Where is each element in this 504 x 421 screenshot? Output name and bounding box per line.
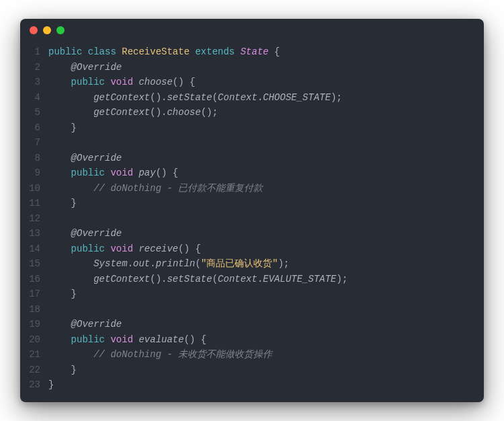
- code-line: public void choose() {: [48, 75, 473, 90]
- code-token: getContext: [93, 107, 150, 118]
- code-token: }: [71, 289, 77, 299]
- code-token: );: [331, 92, 342, 103]
- code-token: evaluate: [138, 334, 183, 345]
- code-line: [48, 211, 473, 227]
- line-number: 13: [20, 226, 40, 241]
- code-token: pay: [138, 167, 155, 178]
- code-token: {: [274, 46, 280, 57]
- code-token: ();: [201, 107, 218, 118]
- code-token: public: [48, 46, 88, 57]
- code-token: println: [156, 258, 196, 269]
- code-line: [48, 302, 473, 317]
- line-number: 15: [20, 256, 40, 272]
- code-editor[interactable]: 1234567891011121314151617181920212223 pu…: [20, 42, 484, 402]
- code-token: // doNothing - 已付款不能重复付款: [93, 183, 263, 194]
- code-token: // doNothing - 未收货不能做收货操作: [93, 349, 272, 360]
- code-token: public: [71, 334, 111, 345]
- line-number-gutter: 1234567891011121314151617181920212223: [20, 44, 48, 393]
- code-token: (: [195, 258, 200, 269]
- code-token: }: [48, 379, 54, 390]
- code-line: // doNothing - 未收货不能做收货操作: [48, 347, 473, 362]
- code-token: () {: [173, 77, 196, 87]
- code-token: );: [337, 274, 348, 284]
- code-token: EVALUTE_STATE: [263, 274, 336, 284]
- code-token: ().: [150, 92, 167, 103]
- line-number: 12: [20, 211, 40, 227]
- code-token: );: [278, 258, 290, 269]
- line-number: 1: [20, 44, 40, 60]
- code-line: @Override: [48, 60, 473, 75]
- code-line: getContext().setState(Context.CHOOSE_STA…: [48, 90, 473, 106]
- code-line: // doNothing - 已付款不能重复付款: [48, 181, 473, 196]
- code-token: .: [150, 258, 155, 269]
- line-number: 6: [20, 120, 40, 136]
- code-token: () {: [178, 243, 201, 254]
- code-token: public: [71, 243, 111, 254]
- code-line: public class ReceiveState extends State …: [48, 44, 473, 60]
- line-number: 20: [20, 332, 40, 348]
- code-token: void: [110, 77, 138, 87]
- code-token: out: [133, 258, 150, 269]
- line-number: 7: [20, 135, 40, 151]
- code-area[interactable]: public class ReceiveState extends State …: [48, 44, 484, 393]
- code-line: }: [48, 362, 473, 378]
- code-line: }: [48, 120, 473, 136]
- code-token: @Override: [71, 228, 122, 239]
- code-token: ReceiveState: [122, 46, 195, 57]
- line-number: 16: [20, 272, 40, 287]
- maximize-icon[interactable]: [56, 26, 65, 34]
- code-token: setState: [167, 274, 212, 284]
- line-number: 10: [20, 181, 40, 196]
- code-token: getContext: [93, 274, 150, 284]
- code-token: CHOOSE_STATE: [263, 92, 331, 103]
- code-line: }: [48, 286, 473, 302]
- close-icon[interactable]: [30, 26, 38, 34]
- code-token: State: [241, 46, 274, 57]
- code-token: class: [88, 46, 122, 57]
- code-token: void: [110, 243, 138, 254]
- code-token: @Override: [71, 153, 122, 163]
- code-token: receive: [138, 243, 178, 254]
- code-token: ().: [150, 107, 167, 118]
- code-token: choose: [167, 107, 200, 118]
- line-number: 11: [20, 196, 40, 211]
- code-token: Context: [218, 92, 257, 103]
- code-token: .: [128, 258, 133, 269]
- line-number: 5: [20, 105, 40, 120]
- code-line: getContext().setState(Context.EVALUTE_ST…: [48, 272, 473, 287]
- code-token: }: [71, 365, 77, 375]
- code-token: "商品已确认收货": [201, 258, 278, 269]
- code-token: public: [71, 77, 111, 87]
- minimize-icon[interactable]: [43, 26, 51, 34]
- code-token: choose: [138, 77, 172, 87]
- code-line: public void evaluate() {: [48, 332, 473, 348]
- code-token: Context: [218, 274, 257, 284]
- code-token: System: [93, 258, 127, 269]
- line-number: 2: [20, 60, 40, 75]
- code-token: setState: [167, 92, 212, 103]
- code-token: @Override: [71, 319, 122, 330]
- code-line: public void pay() {: [48, 165, 473, 181]
- line-number: 21: [20, 347, 40, 362]
- line-number: 19: [20, 317, 40, 332]
- code-token: }: [71, 122, 77, 133]
- line-number: 9: [20, 165, 40, 181]
- line-number: 17: [20, 286, 40, 302]
- code-line: System.out.println("商品已确认收货");: [48, 256, 473, 272]
- code-token: extends: [195, 46, 240, 57]
- code-line: @Override: [48, 151, 473, 166]
- code-token: getContext: [93, 92, 150, 103]
- code-token: void: [110, 334, 138, 345]
- code-token: (: [212, 92, 218, 103]
- code-token: }: [71, 198, 77, 208]
- line-number: 18: [20, 302, 40, 317]
- code-token: public: [71, 167, 111, 178]
- code-line: @Override: [48, 226, 473, 241]
- code-token: (: [212, 274, 218, 284]
- line-number: 14: [20, 241, 40, 257]
- code-line: }: [48, 196, 473, 211]
- code-token: ().: [150, 274, 167, 284]
- window-titlebar: [20, 19, 484, 42]
- line-number: 23: [20, 377, 40, 393]
- line-number: 8: [20, 151, 40, 166]
